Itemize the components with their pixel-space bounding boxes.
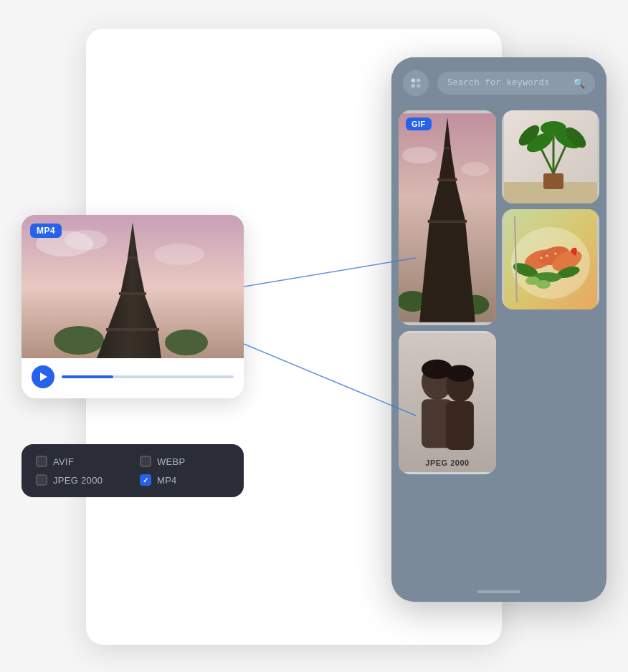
format-label-jpeg2000: JPEG 2000 — [53, 475, 103, 486]
jpeg2000-label: JPEG 2000 — [399, 459, 496, 467]
search-icon: 🔍 — [573, 77, 585, 89]
svg-marker-14 — [97, 331, 161, 358]
svg-rect-32 — [437, 178, 457, 181]
logo-icon — [408, 75, 424, 91]
svg-point-71 — [536, 280, 551, 289]
svg-point-55 — [541, 121, 566, 135]
plant-card[interactable] — [502, 110, 599, 203]
scroll-indicator — [391, 587, 606, 602]
svg-point-6 — [54, 326, 104, 355]
search-bar[interactable]: Search for keywords 🔍 — [437, 72, 595, 95]
food-card[interactable] — [502, 209, 599, 309]
format-item-webp[interactable]: WEBP — [140, 456, 229, 467]
svg-rect-9 — [128, 256, 138, 259]
svg-point-46 — [446, 365, 474, 382]
checkbox-webp[interactable] — [140, 456, 151, 467]
svg-rect-49 — [543, 173, 563, 189]
svg-point-21 — [411, 84, 416, 88]
format-label-avif: AVIF — [53, 456, 74, 467]
svg-marker-35 — [419, 223, 475, 322]
svg-point-68 — [555, 253, 557, 255]
checkbox-jpeg2000[interactable] — [36, 474, 47, 486]
checkbox-avif[interactable] — [36, 456, 47, 467]
couple-card[interactable]: JPEG 2000 — [399, 331, 496, 474]
svg-point-22 — [417, 84, 421, 88]
scroll-bar — [477, 590, 520, 593]
svg-point-19 — [411, 79, 416, 83]
video-controls — [22, 358, 244, 398]
svg-point-24 — [402, 147, 437, 163]
phone-content-grid: GIF — [391, 105, 606, 587]
format-item-jpeg2000[interactable]: JPEG 2000 — [36, 474, 125, 486]
checkmark-icon: ✓ — [143, 476, 148, 484]
video-card: MP4 — [22, 215, 244, 398]
svg-rect-13 — [106, 328, 159, 331]
format-panel: AVIF WEBP JPEG 2000 ✓ MP4 — [22, 444, 244, 497]
svg-rect-11 — [119, 292, 146, 295]
video-thumbnail: MP4 — [22, 215, 244, 358]
format-label-webp: WEBP — [157, 456, 185, 467]
play-icon — [40, 373, 47, 381]
format-item-mp4[interactable]: ✓ MP4 — [140, 474, 229, 486]
phone-header: Search for keywords 🔍 — [391, 57, 606, 105]
eiffel-gif-card[interactable]: GIF — [399, 110, 496, 325]
progress-fill — [62, 375, 113, 378]
svg-point-20 — [417, 79, 421, 83]
svg-point-4 — [65, 230, 108, 250]
svg-point-67 — [546, 255, 548, 257]
svg-point-66 — [541, 257, 543, 259]
svg-rect-34 — [428, 220, 467, 223]
svg-point-7 — [165, 330, 208, 355]
checkbox-mp4[interactable]: ✓ — [140, 474, 151, 486]
mp4-badge: MP4 — [30, 224, 62, 238]
svg-rect-44 — [446, 401, 474, 450]
svg-point-25 — [461, 162, 489, 176]
format-item-avif[interactable]: AVIF — [36, 456, 125, 467]
gif-badge: GIF — [406, 117, 432, 130]
search-placeholder: Search for keywords — [447, 78, 550, 88]
play-button[interactable] — [32, 365, 54, 388]
progress-track[interactable] — [62, 375, 234, 378]
svg-point-5 — [154, 244, 204, 265]
phone-ui: Search for keywords 🔍 GIF — [391, 57, 606, 602]
svg-rect-30 — [444, 147, 451, 149]
phone-logo — [403, 70, 429, 96]
scene: MP4 AVIF WEBP JPEG 2000 — [0, 0, 628, 672]
format-label-mp4: MP4 — [157, 475, 177, 486]
